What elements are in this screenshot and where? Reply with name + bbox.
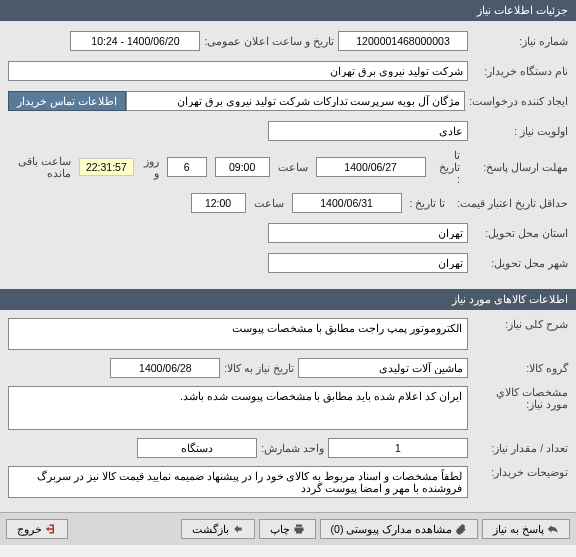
label-remaining: ساعت باقی مانده (8, 155, 75, 179)
exit-label: خروج (17, 523, 42, 535)
label-to-date: تا تاریخ : (430, 149, 464, 185)
exit-button[interactable]: خروج (6, 519, 68, 539)
label-count-unit: واحد شمارش: (257, 442, 328, 454)
back-label: بازگشت (192, 523, 229, 535)
label-to-date2: تا تاریخ : (406, 197, 450, 209)
delivery-city-field[interactable] (268, 253, 468, 273)
need-description-field[interactable] (8, 318, 468, 350)
need-number-field[interactable] (338, 31, 468, 51)
attachments-label: مشاهده مدارک پیوستی (0) (331, 523, 453, 535)
price-validity-time-field[interactable] (191, 193, 246, 213)
label-buyer-notes: توضیحات خریدار: (468, 466, 568, 478)
time-remaining-field: 22:31:57 (79, 158, 134, 176)
count-field[interactable] (328, 438, 468, 458)
response-date-field[interactable] (316, 157, 426, 177)
respond-label: پاسخ به نیاز (493, 523, 544, 535)
section-title: جزئیات اطلاعات نیاز (477, 4, 568, 16)
label-delivery-city: شهر محل تحویل: (468, 257, 568, 269)
print-icon (293, 523, 305, 535)
label-goods-spec: مشخصات كالاي مورد نياز: (468, 386, 568, 410)
label-goods-group: گروه کالا: (468, 362, 568, 374)
view-attachments-button[interactable]: مشاهده مدارک پیوستی (0) (320, 519, 479, 539)
contact-buyer-button[interactable]: اطلاعات تماس خریدار (8, 91, 126, 111)
goods-info-form: شرح کلی نیاز: گروه کالا: تاریخ نیاز به ک… (0, 310, 576, 512)
label-need-number: شماره نیاز: (468, 35, 568, 47)
label-need-date: تاریخ نیاز به کالا: (220, 362, 298, 374)
goods-group-field[interactable] (298, 358, 468, 378)
print-button[interactable]: چاپ (259, 519, 316, 539)
buyer-notes-field[interactable] (8, 466, 468, 498)
priority-field[interactable] (268, 121, 468, 141)
label-buyer-name: نام دستگاه خریدار: (468, 65, 568, 77)
footer-toolbar: پاسخ به نیاز مشاهده مدارک پیوستی (0) چاپ… (0, 512, 576, 545)
print-label: چاپ (270, 523, 290, 535)
back-button[interactable]: بازگشت (181, 519, 255, 539)
label-hour1: ساعت (274, 161, 312, 173)
delivery-province-field[interactable] (268, 223, 468, 243)
exit-icon (45, 523, 57, 535)
label-public-announce: تاریخ و ساعت اعلان عمومی: (200, 35, 338, 47)
respond-button[interactable]: پاسخ به نیاز (482, 519, 570, 539)
label-need-description: شرح کلی نیاز: (468, 318, 568, 330)
section-header-goods-info: اطلاعات کالاهای مورد نیاز (0, 289, 576, 310)
label-response-deadline: مهلت ارسال پاسخ: (468, 161, 568, 173)
need-date-field[interactable] (110, 358, 220, 378)
public-announce-field[interactable] (70, 31, 200, 51)
label-request-creator: ایجاد کننده درخواست: (465, 95, 568, 107)
reply-icon (547, 523, 559, 535)
need-details-form: شماره نیاز: تاریخ و ساعت اعلان عمومی: نا… (0, 21, 576, 289)
response-time-field[interactable] (215, 157, 270, 177)
unit-field[interactable] (137, 438, 257, 458)
days-remaining-field (167, 157, 207, 177)
buyer-name-field[interactable] (8, 61, 468, 81)
label-delivery-province: استان محل تحویل: (468, 227, 568, 239)
section-header-need-details: جزئیات اطلاعات نیاز (0, 0, 576, 21)
label-price-validity: حداقل تاریخ اعتبار قیمت: (453, 197, 568, 209)
price-validity-date-field[interactable] (292, 193, 402, 213)
label-hour2: ساعت (250, 197, 288, 209)
goods-spec-field[interactable] (8, 386, 468, 430)
back-icon (232, 523, 244, 535)
label-priority: اولویت نیاز : (468, 125, 568, 137)
request-creator-field[interactable] (126, 91, 465, 111)
label-count-amount: تعداد / مقدار نیاز: (468, 442, 568, 454)
attachment-icon (455, 523, 467, 535)
label-days-and: روز و (138, 155, 163, 179)
section-title-goods: اطلاعات کالاهای مورد نیاز (452, 293, 568, 305)
